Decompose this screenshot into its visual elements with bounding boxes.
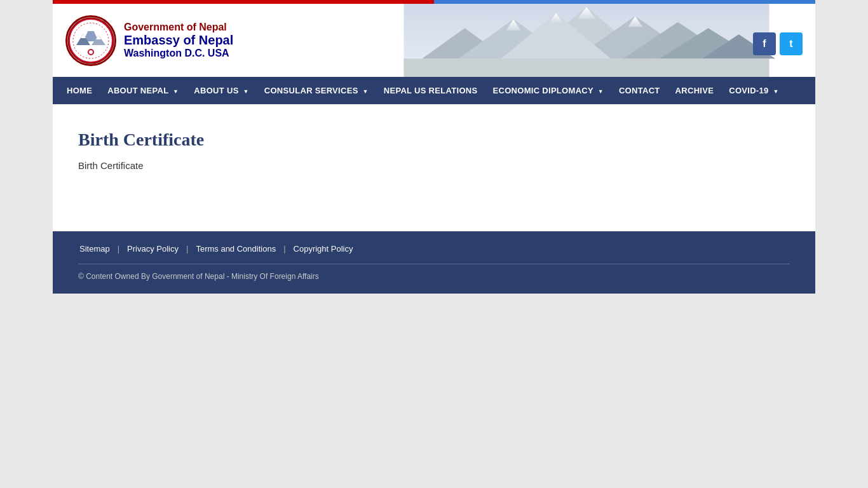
nav-item-consular-services[interactable]: CONSULAR SERVICES ▼ xyxy=(257,77,376,104)
svg-point-8 xyxy=(89,50,93,54)
dropdown-arrow: ▼ xyxy=(598,88,604,95)
social-icons: f t xyxy=(753,26,803,55)
nav-item-nepal-us[interactable]: NEPAL US RELATIONS xyxy=(376,77,485,104)
dropdown-arrow: ▼ xyxy=(173,88,179,95)
nav-item-covid[interactable]: COVID-19 ▼ xyxy=(721,77,787,104)
footer-divider xyxy=(78,264,790,264)
nav-link-home[interactable]: HOME xyxy=(59,77,100,104)
footer-separator-2: | xyxy=(186,244,188,254)
footer-link-sitemap[interactable]: Sitemap xyxy=(78,244,111,254)
nav-item-about-nepal[interactable]: ABOUT NEPAL ▼ xyxy=(100,77,186,104)
gov-title: Government of Nepal xyxy=(124,22,233,33)
nav-link-about-us[interactable]: ABOUT US ▼ xyxy=(186,77,256,104)
footer-separator-1: | xyxy=(118,244,119,254)
main-content: Birth Certificate Birth Certificate xyxy=(53,104,815,231)
nav-link-contact[interactable]: CONTACT xyxy=(611,77,668,104)
footer-links: Sitemap | Privacy Policy | Terms and Con… xyxy=(78,244,790,254)
header: Government of Nepal Embassy of Nepal Was… xyxy=(53,4,815,77)
nav-link-covid[interactable]: COVID-19 ▼ xyxy=(721,77,787,104)
header-left: Government of Nepal Embassy of Nepal Was… xyxy=(65,15,233,66)
nav-list: HOME ABOUT NEPAL ▼ ABOUT US ▼ CONSULAR S… xyxy=(53,77,815,104)
nav-link-economic[interactable]: ECONOMIC DIPLOMACY ▼ xyxy=(485,77,611,104)
twitter-button[interactable]: t xyxy=(780,32,803,55)
footer-link-privacy[interactable]: Privacy Policy xyxy=(126,244,180,254)
page-subtitle: Birth Certificate xyxy=(78,160,790,171)
location-title: Washington D.C. USA xyxy=(124,48,233,59)
svg-rect-24 xyxy=(404,58,770,77)
nav-link-consular-services[interactable]: CONSULAR SERVICES ▼ xyxy=(257,77,376,104)
logo xyxy=(65,15,116,66)
nav-item-about-us[interactable]: ABOUT US ▼ xyxy=(186,77,256,104)
nav-item-home[interactable]: HOME xyxy=(59,77,100,104)
footer-link-terms[interactable]: Terms and Conditions xyxy=(194,244,277,254)
page-title: Birth Certificate xyxy=(78,130,790,150)
dropdown-arrow: ▼ xyxy=(773,88,778,95)
footer-link-copyright[interactable]: Copyright Policy xyxy=(292,244,355,254)
nav-item-economic[interactable]: ECONOMIC DIPLOMACY ▼ xyxy=(485,77,611,104)
navbar: HOME ABOUT NEPAL ▼ ABOUT US ▼ CONSULAR S… xyxy=(53,77,815,104)
dropdown-arrow: ▼ xyxy=(363,88,369,95)
nav-item-contact[interactable]: CONTACT xyxy=(611,77,668,104)
dropdown-arrow: ▼ xyxy=(243,88,249,95)
footer-separator-3: | xyxy=(283,244,285,254)
nav-link-archive[interactable]: ARCHIVE xyxy=(668,77,722,104)
facebook-button[interactable]: f xyxy=(753,32,776,55)
nav-link-about-nepal[interactable]: ABOUT NEPAL ▼ xyxy=(100,77,186,104)
nav-link-nepal-us[interactable]: NEPAL US RELATIONS xyxy=(376,77,485,104)
embassy-title: Embassy of Nepal xyxy=(124,33,233,48)
footer: Sitemap | Privacy Policy | Terms and Con… xyxy=(53,231,815,294)
nav-item-archive[interactable]: ARCHIVE xyxy=(668,77,722,104)
header-text: Government of Nepal Embassy of Nepal Was… xyxy=(124,22,233,59)
mountain-background xyxy=(396,4,777,77)
footer-copyright: © Content Owned By Government of Nepal -… xyxy=(78,272,790,281)
